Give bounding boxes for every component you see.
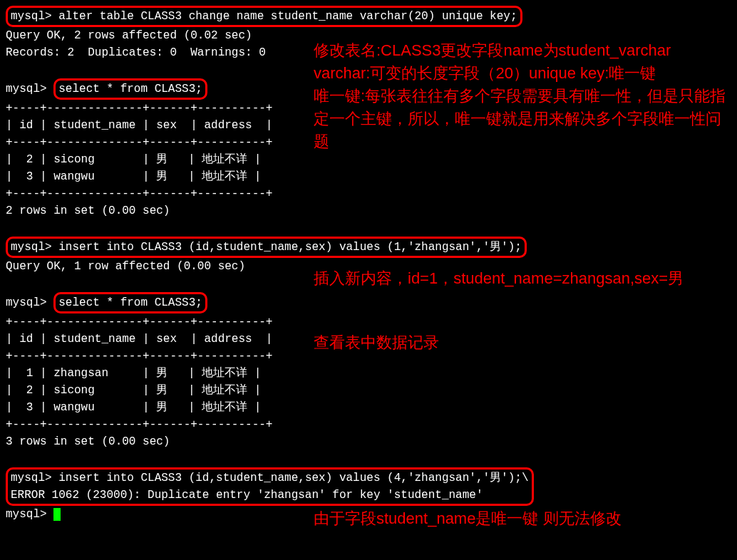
table-row: | 1 | zhangsan | 男 | 地址不详 |	[6, 365, 731, 382]
table-border: +----+--------------+------+----------+	[6, 134, 731, 151]
terminal-output: mysql> alter table CLASS3 change name st…	[6, 6, 731, 523]
error-text: ERROR 1062 (23000): Duplicate entry 'zha…	[11, 489, 483, 502]
prompt: mysql>	[11, 472, 52, 484]
cmd5-text: insert into CLASS3 (id,student_name,sex)…	[58, 472, 528, 484]
cmd4-highlight: select * from CLASS3;	[53, 292, 207, 313]
table-row: | 2 | sicong | 男 | 地址不详 |	[6, 382, 731, 399]
result-line: 3 rows in set (0.00 sec)	[6, 433, 731, 450]
cmd2-text: select * from CLASS3;	[58, 83, 202, 95]
prompt: mysql>	[11, 241, 52, 254]
cmd2-highlight: select * from CLASS3;	[53, 78, 207, 100]
prompt: mysql>	[11, 10, 52, 23]
cmd1-highlight: mysql> alter table CLASS3 change name st…	[6, 6, 522, 27]
cmd3-text: insert into CLASS3 (id,student_name,sex)…	[58, 241, 522, 254]
result-line: Query OK, 1 row affected (0.00 sec)	[6, 258, 731, 275]
cmd1-text: alter table CLASS3 change name student_n…	[58, 10, 517, 23]
cursor[interactable]	[53, 508, 61, 521]
table-row: | 3 | wangwu | 男 | 地址不详 |	[6, 168, 731, 185]
result-line: 2 rows in set (0.00 sec)	[6, 202, 731, 219]
cmd3-highlight: mysql> insert into CLASS3 (id,student_na…	[6, 237, 527, 258]
table-border: +----+--------------+------+----------+	[6, 313, 731, 331]
result-line: Records: 2 Duplicates: 0 Warnings: 0	[6, 44, 731, 61]
table-row: | 2 | sicong | 男 | 地址不详 |	[6, 151, 731, 168]
result-line: Query OK, 2 rows affected (0.02 sec)	[6, 27, 731, 44]
cmd4-text: select * from CLASS3;	[58, 296, 202, 309]
prompt: mysql>	[6, 296, 47, 309]
table-row: | 3 | wangwu | 男 | 地址不详 |	[6, 399, 731, 416]
table-border: +----+--------------+------+----------+	[6, 348, 731, 365]
table-header: | id | student_name | sex | address |	[6, 331, 731, 348]
table-border: +----+--------------+------+----------+	[6, 416, 731, 433]
table-border: +----+--------------+------+----------+	[6, 100, 731, 117]
cmd5-highlight: mysql> insert into CLASS3 (id,student_na…	[6, 467, 534, 506]
table-border: +----+--------------+------+----------+	[6, 185, 731, 202]
table-header: | id | student_name | sex | address |	[6, 117, 731, 134]
prompt: mysql>	[6, 83, 47, 95]
prompt: mysql>	[6, 508, 47, 521]
